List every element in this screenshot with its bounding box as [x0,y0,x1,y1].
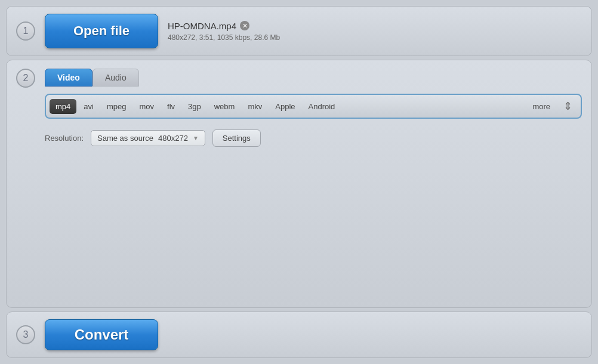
file-name-row: HP-OMDNA.mp4 ✕ [168,21,280,31]
file-name: HP-OMDNA.mp4 [168,21,236,31]
settings-button[interactable]: Settings [212,129,261,147]
step-number-3: 3 [16,325,35,344]
section-1: 1 Open file HP-OMDNA.mp4 ✕ 480x272, 3:51… [6,6,592,56]
format-bar: mp4 avi mpeg mov flv 3gp webm mkv Apple … [45,94,582,119]
file-meta: 480x272, 3:51, 1035 kbps, 28.6 Mb [168,33,280,42]
format-mov[interactable]: mov [133,99,160,114]
format-more[interactable]: more [526,99,556,114]
format-more-group: more ⇕ [526,97,577,115]
tab-audio[interactable]: Audio [93,69,139,87]
format-flv[interactable]: flv [161,99,181,114]
format-apple[interactable]: Apple [269,99,301,114]
convert-button[interactable]: Convert [45,319,158,350]
dropdown-arrow-icon: ▼ [193,135,199,141]
resolution-label: Resolution: [45,134,84,143]
format-3gp[interactable]: 3gp [182,99,207,114]
format-mpeg[interactable]: mpeg [101,99,132,114]
step-number-1: 1 [16,21,35,41]
format-webm[interactable]: webm [208,99,241,114]
section-2-content: Video Audio mp4 avi mpeg mov flv 3gp web… [45,69,582,147]
step-number-2: 2 [16,69,35,88]
format-mkv[interactable]: mkv [242,99,268,114]
format-android[interactable]: Android [303,99,341,114]
tab-video[interactable]: Video [45,69,93,87]
format-spinner-icon[interactable]: ⇕ [559,97,577,115]
file-info: HP-OMDNA.mp4 ✕ 480x272, 3:51, 1035 kbps,… [168,21,280,42]
resolution-row: Resolution: Same as source 480x272 ▼ Set… [45,129,582,147]
format-tabs: Video Audio [45,69,582,87]
section-2: 2 Video Audio mp4 avi mpeg mov flv 3gp w… [6,60,592,308]
section-3: 3 Convert [6,311,592,358]
open-file-button[interactable]: Open file [45,14,158,48]
format-avi[interactable]: avi [78,99,100,114]
resolution-dropdown[interactable]: Same as source 480x272 ▼ [91,130,205,146]
format-mp4[interactable]: mp4 [50,99,76,114]
resolution-value: Same as source [97,134,153,143]
close-file-icon[interactable]: ✕ [240,21,249,30]
resolution-size: 480x272 [158,134,188,143]
